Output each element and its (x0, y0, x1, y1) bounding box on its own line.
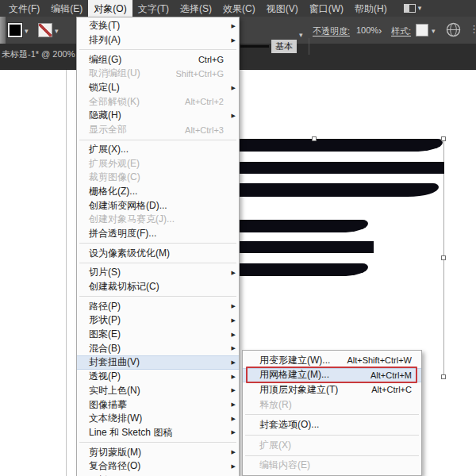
submenu-arrow-icon: ▶ (232, 317, 236, 324)
menu-item-label: 释放(R) (259, 398, 292, 412)
menu-item-label: 图像描摹 (89, 398, 127, 412)
submenu-arrow-icon: ▶ (232, 401, 236, 408)
menu-item-label: Line 和 Sketch 图稿 (89, 426, 172, 440)
menubar-item[interactable]: 帮助(H) (349, 0, 393, 17)
menu-item[interactable]: 用变形建立(W)...Alt+Shift+Ctrl+W (243, 353, 421, 368)
menu-item-label: 用网格建立(M)... (259, 368, 329, 382)
artboard-edge (66, 70, 67, 476)
menu-item[interactable]: 扩展(X)... (77, 143, 239, 157)
menu-item-label: 创建渐变网格(D)... (89, 199, 167, 213)
menu-item[interactable]: 栅格化(Z)... (77, 185, 239, 199)
style-dropdown-chevron-icon[interactable]: ▾ (432, 27, 436, 35)
menu-item[interactable]: 用网格建立(M)...Alt+Ctrl+M (243, 368, 421, 383)
menubar-item[interactable]: 文字(T) (132, 0, 175, 17)
selection-handle-right-mid[interactable] (441, 255, 446, 260)
menu-item-label: 复合路径(O) (89, 459, 140, 473)
menu-separator (245, 435, 419, 436)
menu-item-label: 图案(E) (89, 328, 121, 341)
menu-item[interactable]: 实时上色(N)▶ (77, 384, 239, 398)
menu-item-label: 扩展(X) (259, 439, 291, 452)
workspace-switcher-icon[interactable] (404, 4, 416, 13)
submenu-arrow-icon: ▶ (232, 113, 236, 119)
fill-dropdown-chevron-icon[interactable]: ▾ (25, 27, 29, 35)
stroke-profile-dropdown[interactable]: 基本 (271, 40, 297, 53)
menu-separator (245, 414, 419, 415)
menubar-item[interactable]: 选择(S) (175, 0, 217, 17)
profile-dropdown-chevron-icon[interactable]: ▾ (299, 31, 303, 39)
menu-item: 创建对象马赛克(J)... (77, 213, 239, 227)
menu-item: 裁剪图像(C) (77, 171, 239, 185)
document-tab[interactable]: 未标题-1* @ 200% (2, 48, 75, 60)
workspace-chevron-icon[interactable]: ▾ (418, 4, 422, 17)
submenu-arrow-icon: ▶ (232, 37, 236, 44)
menu-item-label: 裁剪图像(C) (89, 171, 140, 184)
style-label[interactable]: 样式: (391, 25, 411, 37)
selection-handle-top-mid[interactable] (312, 136, 317, 141)
menubar-item[interactable]: 视图(V) (261, 0, 304, 17)
menu-item[interactable]: 封套扭曲(V)▶ (77, 355, 239, 370)
menu-item[interactable]: 画板(A)▶ (77, 474, 239, 476)
menu-item[interactable]: 复合路径(O)▶ (77, 459, 239, 474)
menu-item[interactable]: 封套选项(O)... (243, 417, 421, 432)
menubar-item[interactable]: 文件(F) (3, 0, 45, 17)
menu-item-label: 编组(G) (89, 53, 121, 67)
menu-item[interactable]: 创建裁切标记(C) (77, 280, 239, 294)
opacity-value[interactable]: 100% (356, 25, 378, 35)
menu-item[interactable]: 排列(A)▶ (77, 33, 239, 48)
menubar-item[interactable]: 窗口(W) (304, 0, 349, 17)
menu-item[interactable]: 锁定(L)▶ (77, 81, 239, 95)
menu-item-shortcut: Alt+Shift+Ctrl+W (347, 355, 416, 365)
submenu-arrow-icon: ▶ (232, 345, 236, 351)
menu-item-label: 全部解锁(K) (89, 95, 140, 109)
menu-item[interactable]: 混合(B)▶ (77, 341, 239, 355)
menu-separator (79, 243, 236, 244)
menu-item[interactable]: Line 和 Sketch 图稿▶ (77, 426, 239, 440)
menu-item[interactable]: 透视(P)▶ (77, 370, 239, 384)
style-swatch[interactable] (416, 24, 428, 36)
submenu-arrow-icon: ▶ (232, 303, 236, 309)
menu-item[interactable]: 图像描摹▶ (77, 397, 239, 412)
stroke-color-swatch[interactable] (38, 23, 52, 37)
menu-item[interactable]: 用顶层对象建立(T)Alt+Ctrl+C (243, 382, 421, 397)
menubar-item[interactable]: 编辑(E) (45, 0, 88, 17)
submenu-arrow-icon: ▶ (232, 359, 236, 366)
selection-handle-bottom-right[interactable] (441, 374, 446, 379)
stroke-preview-line (240, 45, 269, 48)
submenu-arrow-icon: ▶ (232, 416, 236, 422)
menu-item[interactable]: 设为像素级优化(M) (77, 246, 239, 260)
menu-item[interactable]: 图案(E)▶ (77, 328, 239, 342)
menu-item-label: 变换(T) (89, 19, 120, 33)
menu-item-shortcut: Alt+Ctrl+C (371, 385, 416, 394)
menu-item[interactable]: 切片(S)▶ (77, 266, 239, 280)
menu-item: 显示全部Alt+Ctrl+3 (77, 123, 239, 137)
menu-item[interactable]: 隐藏(H)▶ (77, 109, 239, 123)
selection-handle-top-right[interactable] (441, 136, 446, 141)
menu-item[interactable]: 编组(G)Ctrl+G (77, 52, 239, 67)
menu-item[interactable]: 形状(P)▶ (77, 313, 239, 328)
menu-item[interactable]: 剪切蒙版(M)▶ (77, 445, 239, 459)
fill-color-swatch[interactable] (8, 23, 22, 37)
menubar-item[interactable]: 对象(O) (88, 0, 132, 17)
opacity-popup-chevron-icon[interactable]: › (378, 25, 382, 36)
illustrator-window: 未标题-1* @ 200% ▾ ▾ 基本 ▾ 不透明度: 100% › 样式: … (0, 0, 476, 476)
menu-item[interactable]: 拼合透明度(F)... (77, 227, 239, 241)
menu-item: 取消编组(U)Shift+Ctrl+G (77, 67, 239, 81)
menu-item-label: 用顶层对象建立(T) (259, 383, 338, 397)
panel-edge (0, 17, 6, 44)
menu-item: 编辑内容(E) (243, 459, 421, 474)
opacity-label[interactable]: 不透明度: (313, 25, 350, 37)
control-bar-divider (309, 38, 309, 55)
more-options-icon[interactable]: ⋮ (469, 23, 476, 35)
menu-item[interactable]: 创建渐变网格(D)... (77, 198, 239, 213)
menu-item-label: 显示全部 (89, 123, 127, 136)
submenu-arrow-icon: ▶ (232, 374, 236, 380)
globe-icon[interactable] (446, 22, 461, 37)
menubar-item[interactable]: 效果(C) (217, 0, 261, 17)
menu-item[interactable]: 变换(T)▶ (77, 19, 239, 33)
menu-separator (79, 263, 236, 263)
stroke-dropdown-chevron-icon[interactable]: ▾ (55, 27, 59, 35)
menu-item[interactable]: 路径(P)▶ (77, 299, 239, 313)
menu-item: 扩展外观(E) (77, 156, 239, 171)
menu-item[interactable]: 文本绕排(W)▶ (77, 412, 239, 426)
menu-item: 扩展(X) (243, 438, 421, 453)
